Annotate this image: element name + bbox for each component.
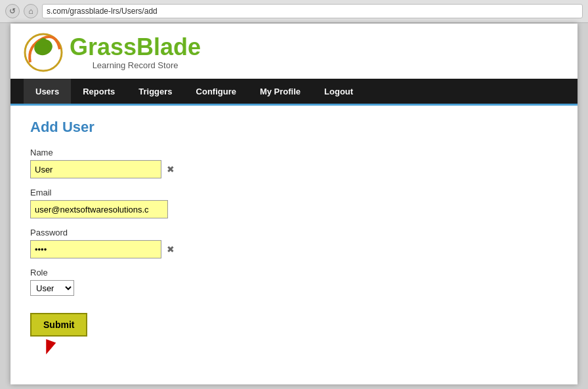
logo-icon: [24, 33, 63, 72]
name-group: Name ✖: [30, 148, 558, 178]
email-input-wrapper: [30, 200, 558, 218]
nav-triggers[interactable]: Triggers: [127, 79, 184, 104]
logo-subtitle: Learning Record Store: [70, 60, 201, 70]
name-clear-icon[interactable]: ✖: [164, 163, 177, 176]
page-title: Add User: [30, 119, 558, 136]
logo-title: GrassBlade: [70, 35, 201, 59]
name-input-wrapper: ✖: [30, 160, 558, 178]
nav-logout[interactable]: Logout: [312, 79, 365, 104]
role-group: Role User Admin: [30, 268, 558, 296]
cursor-area: Submit: [30, 305, 87, 337]
role-select[interactable]: User Admin: [30, 280, 74, 296]
name-input[interactable]: [30, 160, 161, 178]
password-input-wrapper: ✖: [30, 240, 558, 258]
submit-row: Submit: [30, 305, 558, 337]
page-content: Add User Name ✖ Email Password ✖: [10, 106, 578, 350]
main-nav: Users Reports Triggers Configure My Prof…: [10, 79, 578, 104]
email-group: Email: [30, 188, 558, 218]
password-group: Password ✖: [30, 228, 558, 258]
site-header: GrassBlade Learning Record Store: [10, 24, 578, 79]
nav-my-profile[interactable]: My Profile: [248, 79, 312, 104]
nav-users[interactable]: Users: [24, 79, 71, 104]
name-label: Name: [30, 148, 558, 157]
address-bar[interactable]: s.com/grassblade-lrs/Users/add: [42, 4, 583, 18]
home-button[interactable]: ⌂: [24, 4, 38, 18]
password-clear-icon[interactable]: ✖: [164, 243, 177, 256]
svg-point-2: [39, 38, 47, 46]
logo-area: GrassBlade Learning Record Store: [24, 33, 201, 72]
submit-button[interactable]: Submit: [30, 313, 87, 337]
nav-reports[interactable]: Reports: [71, 79, 127, 104]
back-button[interactable]: ↺: [5, 4, 20, 18]
password-label: Password: [30, 228, 558, 237]
logo-text-area: GrassBlade Learning Record Store: [70, 35, 201, 70]
email-label: Email: [30, 188, 558, 197]
role-label: Role: [30, 268, 558, 277]
email-input[interactable]: [30, 200, 168, 218]
password-input[interactable]: [30, 240, 161, 258]
url-text: s.com/grassblade-lrs/Users/add: [47, 7, 158, 16]
nav-configure[interactable]: Configure: [184, 79, 248, 104]
